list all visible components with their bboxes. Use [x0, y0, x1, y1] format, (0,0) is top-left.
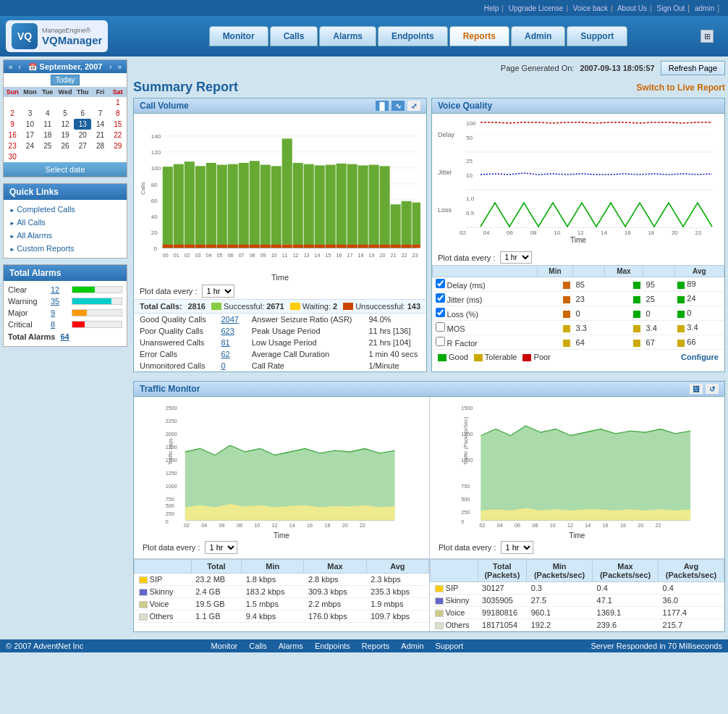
cal-day[interactable]: 30 — [4, 151, 21, 162]
quick-link-item[interactable]: Completed Calls — [4, 203, 127, 216]
switch-to-live-link[interactable]: Switch to Live Report — [636, 83, 725, 93]
cal-prev-month[interactable]: ‹ — [17, 63, 23, 71]
cv-value[interactable]: 2047 — [215, 314, 245, 325]
settings-icon[interactable]: ⊞ — [701, 30, 714, 43]
quick-link-item[interactable]: All Alarms — [4, 229, 127, 242]
all-alarms-link[interactable]: All Alarms — [9, 231, 52, 240]
cal-day[interactable]: 16 — [4, 130, 21, 140]
completed-calls-link[interactable]: Completed Calls — [9, 205, 75, 214]
cal-day[interactable]: 15 — [109, 119, 127, 130]
cal-day[interactable]: 19 — [56, 130, 74, 140]
alarm-critical-count[interactable]: 8 — [51, 320, 69, 329]
cal-day[interactable]: 18 — [39, 130, 56, 140]
alarm-warning-label: Warning — [8, 297, 48, 306]
cal-next-year[interactable]: » — [115, 63, 124, 71]
cal-day-today[interactable]: 13 — [74, 119, 91, 130]
cv-plot-select[interactable]: 1 hr 2 hr 4 hr — [202, 285, 234, 298]
cal-day[interactable] — [4, 97, 21, 108]
cal-day[interactable]: 24 — [21, 140, 38, 151]
cv-value[interactable]: 81 — [215, 337, 245, 348]
vq-plot-select[interactable]: 1 hr 2 hr 4 hr — [500, 251, 532, 264]
nav-reports[interactable]: Reports — [449, 26, 509, 46]
nav-alarms[interactable]: Alarms — [319, 26, 376, 46]
rfactor-checkbox[interactable] — [436, 337, 445, 346]
traffic-image-icon[interactable]: 🖼 — [690, 384, 703, 394]
configure-link[interactable]: Configure — [681, 353, 719, 361]
nav-support[interactable]: Support — [567, 26, 627, 46]
nav-monitor[interactable]: Monitor — [209, 26, 268, 46]
cal-day[interactable]: 20 — [74, 130, 91, 140]
footer-monitor[interactable]: Monitor — [211, 642, 238, 650]
cv-value[interactable]: 623 — [215, 325, 245, 337]
admin-link[interactable]: admin — [695, 4, 714, 12]
signout-link[interactable]: Sign Out — [656, 4, 685, 12]
line-chart-icon[interactable]: ∿ — [391, 101, 405, 111]
footer-support[interactable]: Support — [436, 642, 464, 650]
cal-day[interactable]: 17 — [21, 130, 38, 140]
refresh-page-btn[interactable]: Refresh Page — [661, 61, 725, 75]
cal-day[interactable]: 27 — [74, 140, 91, 151]
expand-icon[interactable]: ⤢ — [407, 101, 420, 111]
voiceback-link[interactable]: Voice back — [573, 4, 608, 12]
loss-checkbox[interactable] — [436, 308, 445, 317]
cal-next-month[interactable]: › — [107, 63, 114, 71]
footer-admin[interactable]: Admin — [401, 642, 423, 650]
cal-day[interactable]: 9 — [4, 119, 21, 130]
cal-day[interactable]: 3 — [21, 108, 38, 119]
quick-link-item[interactable]: Custom Reports — [4, 242, 127, 255]
nav-admin[interactable]: Admin — [511, 26, 565, 46]
cal-day[interactable]: 26 — [56, 140, 74, 151]
cal-day[interactable]: 14 — [91, 119, 109, 130]
cal-day[interactable]: 5 — [56, 108, 74, 119]
cal-day[interactable]: 4 — [39, 108, 56, 119]
help-link[interactable]: Help — [484, 4, 499, 12]
bar-chart-icon[interactable]: ▐▌ — [376, 101, 389, 111]
footer-alarms[interactable]: Alarms — [279, 642, 303, 650]
aboutus-link[interactable]: About Us — [617, 4, 647, 12]
upgrade-link[interactable]: Upgrade License — [509, 4, 564, 12]
cal-day[interactable]: 12 — [56, 119, 74, 130]
cal-prev-year[interactable]: « — [7, 63, 15, 71]
cv-value[interactable]: 0 — [215, 360, 245, 371]
mos-checkbox[interactable] — [436, 322, 445, 332]
cal-day[interactable]: 25 — [39, 140, 56, 151]
cal-day[interactable] — [74, 97, 91, 108]
cal-day[interactable]: 6 — [74, 108, 91, 119]
alarm-clear-count[interactable]: 12 — [51, 285, 69, 294]
alarm-total-count[interactable]: 64 — [60, 332, 69, 341]
footer-calls[interactable]: Calls — [249, 642, 266, 650]
all-calls-link[interactable]: All Calls — [9, 218, 46, 227]
cal-day[interactable] — [21, 97, 38, 108]
traffic-kbps-plot-select[interactable]: 1 hr — [205, 541, 237, 554]
cal-day[interactable]: 2 — [4, 108, 21, 119]
cal-day[interactable]: 21 — [91, 130, 109, 140]
nav-endpoints[interactable]: Endpoints — [378, 26, 448, 46]
cal-day[interactable]: 10 — [21, 119, 38, 130]
cal-day[interactable]: 29 — [109, 140, 127, 151]
cal-day[interactable] — [91, 97, 109, 108]
custom-reports-link[interactable]: Custom Reports — [9, 244, 75, 253]
alarm-major-count[interactable]: 9 — [51, 308, 69, 317]
cal-day[interactable]: 8 — [109, 108, 127, 119]
cv-value[interactable]: 62 — [215, 348, 245, 360]
delay-checkbox[interactable] — [436, 279, 445, 288]
cal-day[interactable] — [56, 97, 74, 108]
traffic-refresh-icon[interactable]: ↺ — [706, 384, 719, 394]
quick-link-item[interactable]: All Calls — [4, 216, 127, 229]
svg-text:08: 08 — [532, 522, 538, 529]
cal-day[interactable]: 23 — [4, 140, 21, 151]
jitter-checkbox[interactable] — [436, 293, 445, 303]
cal-day[interactable]: 11 — [39, 119, 56, 130]
cal-day[interactable] — [39, 97, 56, 108]
cal-day[interactable]: 28 — [91, 140, 109, 151]
footer-reports[interactable]: Reports — [362, 642, 390, 650]
cal-day[interactable]: 7 — [91, 108, 109, 119]
select-date-btn[interactable]: Select date — [4, 162, 127, 177]
cal-today-btn[interactable]: Today — [51, 75, 80, 85]
traffic-packets-plot-select[interactable]: 1 hr — [501, 541, 533, 554]
cal-day[interactable]: 22 — [109, 130, 127, 140]
footer-endpoints[interactable]: Endpoints — [315, 642, 350, 650]
nav-calls[interactable]: Calls — [270, 26, 318, 46]
cal-day[interactable]: 1 — [109, 97, 127, 108]
alarm-warning-count[interactable]: 35 — [51, 297, 69, 306]
